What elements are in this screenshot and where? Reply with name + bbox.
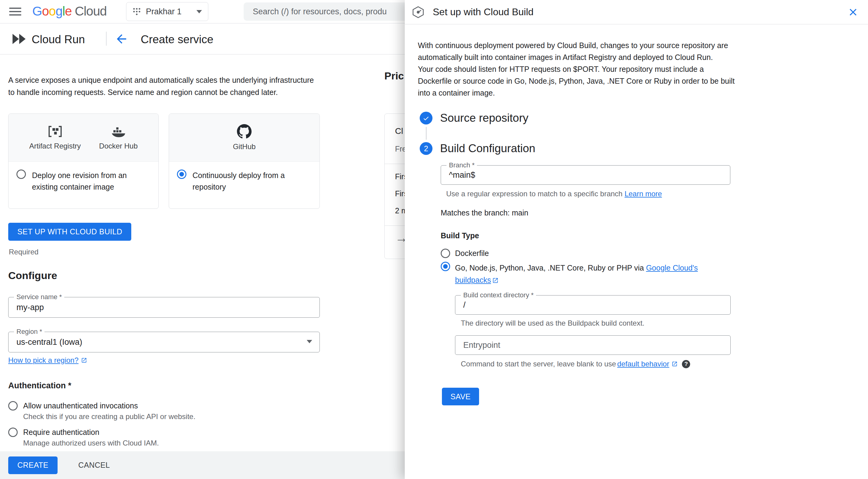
logo-letter: g bbox=[56, 4, 62, 18]
step-number-badge: 2 bbox=[420, 142, 432, 155]
project-icon bbox=[132, 7, 141, 16]
service-name-label: Service name * bbox=[14, 293, 64, 301]
docker-hub-block: Docker Hub bbox=[99, 125, 138, 150]
docker-hub-icon bbox=[111, 125, 126, 138]
configure-heading: Configure bbox=[8, 270, 57, 281]
region-value[interactable] bbox=[8, 332, 319, 352]
panel-body: With continuous deployment powered by Cl… bbox=[405, 24, 868, 405]
cloud-build-setup-panel: Set up with Cloud Build With continuous … bbox=[405, 0, 868, 479]
radio-option-dockerfile[interactable]: Dockerfile bbox=[441, 249, 856, 258]
project-name: Prakhar 1 bbox=[146, 7, 192, 16]
branch-field: Branch * bbox=[441, 165, 730, 185]
logo-cloud-text: Cloud bbox=[74, 4, 106, 18]
build-context-helper: The directory will be used as the Buildp… bbox=[461, 319, 856, 328]
required-note: Required bbox=[9, 248, 38, 256]
entrypoint-field bbox=[455, 335, 731, 355]
panel-intro-2: Your code should listen for HTTP request… bbox=[418, 63, 736, 99]
docker-hub-label: Docker Hub bbox=[99, 142, 138, 150]
default-behavior-link[interactable]: default behavior bbox=[617, 360, 670, 368]
radio-option-require-authentication[interactable]: Require authentication Manage authorized… bbox=[8, 427, 195, 448]
radio-option-buildpacks[interactable]: Go, Node.js, Python, Java, .NET Core, Ru… bbox=[441, 262, 856, 286]
close-icon bbox=[847, 6, 859, 18]
step-build-configuration: 2 Build Configuration bbox=[418, 142, 856, 155]
step-connector-line bbox=[426, 127, 427, 140]
product-name-link[interactable]: Cloud Run bbox=[32, 33, 85, 46]
logo-letter: o bbox=[42, 4, 49, 18]
radio-option-label: Continuously deploy from a repository bbox=[192, 170, 312, 193]
panel-header: Set up with Cloud Build bbox=[405, 0, 868, 24]
github-label: GitHub bbox=[233, 142, 256, 151]
service-name-field: Service name * bbox=[8, 297, 320, 318]
logo-letter: o bbox=[49, 4, 56, 18]
close-panel-button[interactable] bbox=[847, 6, 859, 18]
external-link-icon bbox=[81, 357, 87, 363]
authentication-heading: Authentication * bbox=[8, 381, 71, 390]
github-icon bbox=[237, 124, 252, 139]
radio-option-continuous-deploy[interactable]: Continuously deploy from a repository bbox=[169, 162, 319, 201]
external-link-icon bbox=[672, 361, 678, 367]
step-complete-icon bbox=[420, 112, 432, 125]
page-title: Create service bbox=[141, 33, 214, 46]
panel-intro-1: With continuous deployment powered by Cl… bbox=[418, 40, 736, 63]
repo-provider-icons: GitHub bbox=[169, 114, 319, 162]
google-cloud-logo[interactable]: GoogleCloud bbox=[32, 4, 106, 19]
step-title: Source repository bbox=[440, 112, 528, 125]
build-context-directory-label: Build context directory * bbox=[461, 291, 536, 299]
panel-title: Set up with Cloud Build bbox=[433, 6, 839, 18]
github-block: GitHub bbox=[233, 124, 256, 151]
branch-label: Branch * bbox=[446, 161, 477, 169]
pricing-heading: Pric bbox=[384, 70, 404, 82]
branch-helper: Use a regular expression to match to a s… bbox=[446, 190, 856, 198]
set-up-with-cloud-build-button[interactable]: SET UP WITH CLOUD BUILD bbox=[8, 223, 131, 241]
branch-match-note: Matches the branch: main bbox=[441, 208, 856, 217]
radio-option-existing-image[interactable]: Deploy one revision from an existing con… bbox=[8, 162, 158, 201]
back-arrow-icon bbox=[115, 32, 128, 46]
entrypoint-input[interactable] bbox=[455, 336, 730, 354]
step-source-repository[interactable]: Source repository bbox=[418, 112, 856, 125]
radio-icon-off bbox=[8, 401, 18, 411]
cancel-button[interactable]: CANCEL bbox=[76, 460, 112, 470]
check-icon bbox=[422, 114, 430, 122]
how-to-pick-region-link[interactable]: How to pick a region? bbox=[8, 356, 79, 365]
artifact-registry-icon bbox=[48, 125, 62, 138]
branch-input[interactable] bbox=[441, 166, 730, 184]
auth-option-description: Manage authorized users with Cloud IAM. bbox=[23, 438, 159, 448]
container-registry-icons: Artifact Registry Docker Hub bbox=[8, 114, 158, 162]
region-label: Region * bbox=[14, 328, 44, 336]
buildpacks-option-text: Go, Node.js, Python, Java, .NET Core, Ru… bbox=[455, 264, 646, 272]
hamburger-menu-icon[interactable] bbox=[9, 8, 21, 15]
intro-text: A service exposes a unique endpoint and … bbox=[8, 74, 322, 98]
cloud-run-icon bbox=[11, 33, 26, 45]
back-arrow-button[interactable] bbox=[115, 32, 128, 47]
chevron-down-icon bbox=[196, 10, 202, 13]
save-button[interactable]: SAVE bbox=[442, 388, 479, 405]
dropdown-caret-icon bbox=[307, 340, 312, 343]
deploy-source-card-container-image: Artifact Registry Docker Hub Deploy one … bbox=[8, 113, 159, 209]
google-cloud-console: GoogleCloud Prakhar 1 Cloud Run bbox=[0, 0, 868, 479]
radio-icon-on bbox=[177, 170, 186, 179]
build-type-label: Build Type bbox=[441, 231, 856, 240]
logo-letter: e bbox=[65, 4, 71, 18]
radio-option-allow-unauthenticated[interactable]: Allow unauthenticated invocations Check … bbox=[8, 401, 195, 421]
radio-option-label: Deploy one revision from an existing con… bbox=[32, 170, 151, 193]
learn-more-link[interactable]: Learn more bbox=[625, 190, 662, 198]
entrypoint-helper: Command to start the server, leave blank… bbox=[461, 360, 856, 368]
radio-icon-off bbox=[8, 427, 18, 437]
radio-icon-off bbox=[17, 170, 26, 179]
radio-icon-off bbox=[441, 249, 450, 258]
external-link-icon bbox=[492, 277, 499, 284]
logo-letter: G bbox=[32, 4, 42, 18]
help-icon[interactable] bbox=[682, 360, 690, 368]
region-select[interactable]: Region * bbox=[8, 332, 320, 352]
authentication-options: Allow unauthenticated invocations Check … bbox=[8, 401, 195, 454]
region-help-row: How to pick a region? bbox=[8, 356, 87, 365]
artifact-registry-block: Artifact Registry bbox=[29, 125, 81, 150]
auth-option-label: Allow unauthenticated invocations bbox=[23, 401, 195, 411]
artifact-registry-label: Artifact Registry bbox=[29, 142, 81, 150]
auth-option-label: Require authentication bbox=[23, 427, 159, 437]
step-title: Build Configuration bbox=[440, 142, 535, 155]
create-button[interactable]: CREATE bbox=[8, 456, 58, 474]
build-configuration-form: Branch * Use a regular expression to mat… bbox=[441, 165, 856, 405]
project-selector[interactable]: Prakhar 1 bbox=[126, 2, 208, 21]
build-option-label: Dockerfile bbox=[455, 249, 489, 258]
